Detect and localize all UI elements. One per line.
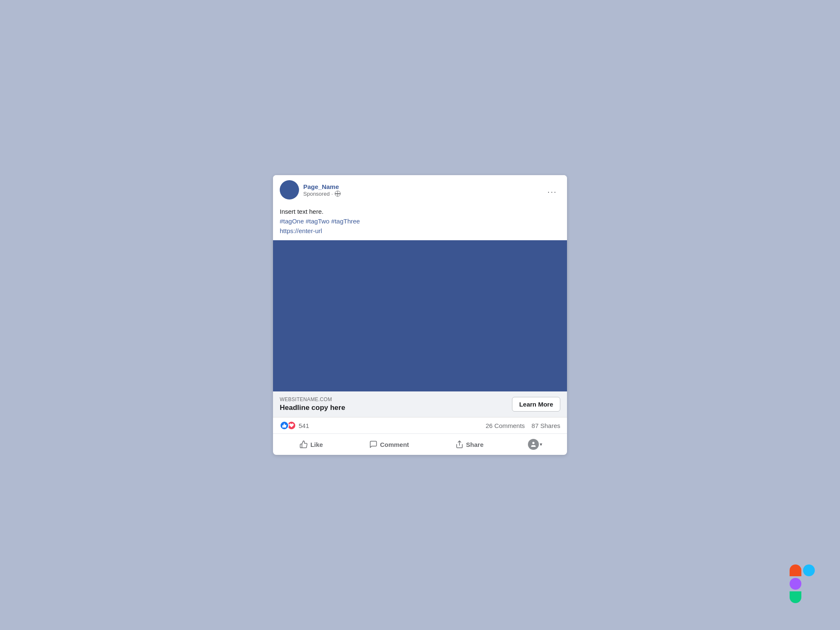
comment-icon [369,440,378,449]
share-icon [455,440,464,449]
figma-top-right [803,564,815,576]
facebook-post-card: Page_Name Sponsored · ... Insert text he… [273,175,567,455]
reaction-count: 541 [299,422,309,429]
headline-copy: Headline copy here [280,404,345,412]
shares-count[interactable]: 87 Shares [532,422,560,429]
figma-bottom-left [790,591,801,603]
ad-cta-bar: WEBSITENAME.COM Headline copy here Learn… [273,391,567,417]
reactions-right: 26 Comments 87 Shares [486,422,560,429]
figma-logo [790,564,815,605]
user-avatar-small [528,439,539,450]
svg-point-1 [532,442,534,444]
post-header: Page_Name Sponsored · ... [273,175,567,205]
like-button[interactable]: Like [293,437,330,452]
page-name[interactable]: Page_Name [303,183,341,191]
post-tags[interactable]: #tagOne #tagTwo #tagThree [280,218,560,225]
reactions-bar: 541 26 Comments 87 Shares [273,417,567,434]
page-info: Page_Name Sponsored · [280,180,341,200]
figma-top-left [790,564,801,576]
like-reaction-icon [280,421,289,430]
profile-action-dropdown[interactable]: ▾ [523,436,547,453]
globe-icon [335,191,341,197]
post-url[interactable]: https://enter-url [280,227,560,234]
learn-more-button[interactable]: Learn More [512,397,560,412]
post-body-text: Insert text here. [280,208,560,215]
comments-count[interactable]: 26 Comments [486,422,525,429]
page-meta: Page_Name Sponsored · [303,183,341,197]
chevron-down-icon: ▾ [540,441,542,447]
website-name: WEBSITENAME.COM [280,396,345,402]
reaction-icons [280,421,296,430]
figma-middle-left [790,578,801,590]
like-icon [299,440,308,449]
comment-button-label: Comment [380,441,409,448]
share-button[interactable]: Share [449,437,491,452]
more-options-button[interactable]: ... [544,184,560,196]
reactions-left: 541 [280,421,309,430]
like-button-label: Like [310,441,323,448]
comment-button[interactable]: Comment [362,437,416,452]
ad-image[interactable] [273,240,567,391]
avatar[interactable] [280,180,299,200]
share-button-label: Share [466,441,484,448]
action-bar: Like Comment Share ▾ [273,434,567,455]
cta-info: WEBSITENAME.COM Headline copy here [280,396,345,412]
sponsored-label: Sponsored · [303,191,341,197]
post-text-area: Insert text here. #tagOne #tagTwo #tagTh… [273,205,567,240]
